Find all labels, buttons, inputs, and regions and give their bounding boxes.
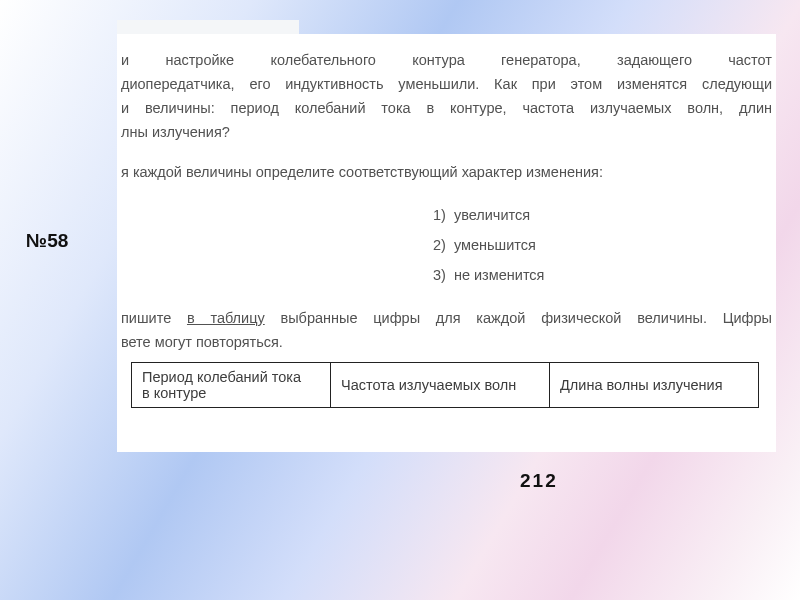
options-list: 1) увеличится 2) уменьшится 3) не измени… (433, 200, 776, 290)
option-2: 2) уменьшится (433, 230, 776, 260)
option-number: 1) (433, 200, 446, 230)
problem-card: и настройке колебательного контура генер… (117, 34, 776, 452)
option-3: 3) не изменится (433, 260, 776, 290)
answer-value: 212 (520, 470, 558, 492)
instr2-line2: вете могут повторяться. (121, 334, 283, 350)
slide-background: №58 и настройке колебательного контура г… (0, 0, 800, 600)
option-number: 2) (433, 230, 446, 260)
option-1: 1) увеличится (433, 200, 776, 230)
instruction-write: пишите в таблицу выбранные цифры для каж… (121, 306, 772, 354)
cell-line: Частота излучаемых волн (341, 377, 516, 393)
option-text: уменьшится (454, 230, 536, 260)
cell-line: в контуре (142, 385, 320, 407)
header-strip (117, 20, 299, 34)
option-number: 3) (433, 260, 446, 290)
cell-line: Период колебаний тока (142, 363, 320, 385)
option-text: не изменится (454, 260, 545, 290)
table-row: Период колебаний тока в контуре Частота … (132, 363, 759, 408)
problem-line: лны излучения? (121, 120, 772, 144)
cell-line: Длина волны излучения (560, 377, 723, 393)
table-cell-frequency: Частота излучаемых волн (331, 363, 550, 408)
table-cell-wavelength: Длина волны излучения (550, 363, 759, 408)
problem-text: и настройке колебательного контура генер… (121, 48, 772, 144)
table-cell-period: Период колебаний тока в контуре (132, 363, 331, 408)
problem-line: и величины: период колебаний тока в конт… (121, 96, 772, 120)
answer-table: Период колебаний тока в контуре Частота … (131, 362, 759, 408)
problem-line: диопередатчика, его индуктивность уменьш… (121, 72, 772, 96)
instr2-post: выбранные цифры для каждой физической ве… (265, 310, 772, 326)
problem-line: и настройке колебательного контура генер… (121, 48, 772, 72)
problem-number: №58 (26, 230, 68, 252)
option-text: увеличится (454, 200, 530, 230)
instr2-link: в таблицу (187, 310, 265, 326)
instruction-determine: я каждой величины определите соответству… (121, 160, 772, 184)
instr2-pre: пишите (121, 310, 187, 326)
